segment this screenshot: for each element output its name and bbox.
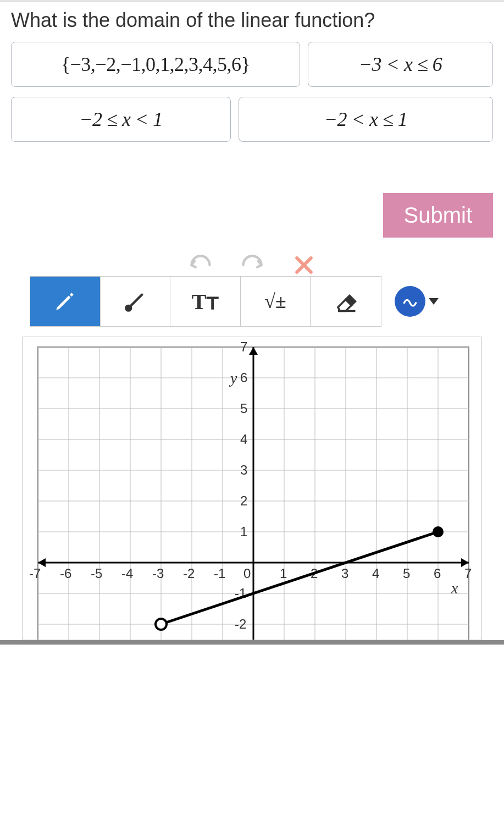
submit-button[interactable]: Submit bbox=[383, 193, 494, 238]
question-area: What is the domain of the linear functio… bbox=[0, 2, 504, 243]
svg-text:3: 3 bbox=[240, 463, 247, 477]
eraser-tool[interactable] bbox=[311, 277, 381, 326]
svg-text:x: x bbox=[451, 580, 458, 597]
question-text: What is the domain of the linear functio… bbox=[11, 9, 493, 32]
svg-text:-3: -3 bbox=[152, 566, 164, 581]
option-a[interactable]: {−3,−2,−1,0,1,2,3,4,5,6} bbox=[11, 42, 300, 87]
undo-icon[interactable] bbox=[189, 253, 213, 265]
svg-point-1 bbox=[126, 306, 131, 311]
text-tool[interactable]: Tᴛ bbox=[170, 277, 241, 326]
line-tool[interactable] bbox=[101, 277, 171, 326]
svg-marker-35 bbox=[249, 347, 258, 355]
chart-canvas[interactable]: -7-6-5-4-3-2-101234567-4-3-2-11234567yx bbox=[22, 337, 482, 640]
option-c[interactable]: −2 ≤ x < 1 bbox=[11, 97, 231, 142]
bottom-bar bbox=[0, 640, 504, 645]
svg-text:7: 7 bbox=[464, 566, 472, 581]
svg-text:6: 6 bbox=[240, 370, 247, 385]
svg-text:5: 5 bbox=[240, 401, 247, 416]
svg-text:3: 3 bbox=[341, 566, 348, 581]
svg-text:-5: -5 bbox=[91, 566, 102, 581]
svg-text:4: 4 bbox=[372, 566, 379, 581]
math-tool-label: √± bbox=[264, 290, 286, 313]
svg-text:-4: -4 bbox=[121, 566, 133, 581]
text-tool-label: Tᴛ bbox=[192, 289, 219, 315]
svg-text:-2: -2 bbox=[183, 566, 195, 581]
redo-icon[interactable] bbox=[240, 253, 264, 265]
svg-text:0: 0 bbox=[243, 566, 251, 581]
svg-text:-1: -1 bbox=[214, 566, 225, 581]
svg-text:-7: -7 bbox=[29, 566, 41, 581]
svg-text:2: 2 bbox=[240, 493, 247, 508]
graph-svg: -7-6-5-4-3-2-101234567-4-3-2-11234567yx bbox=[27, 342, 482, 640]
svg-line-64 bbox=[161, 532, 438, 624]
option-b[interactable]: −3 < x ≤ 6 bbox=[308, 42, 493, 87]
color-swatch bbox=[395, 286, 425, 317]
submit-row: Submit bbox=[11, 152, 493, 243]
svg-text:6: 6 bbox=[434, 566, 441, 581]
chevron-down-icon bbox=[429, 298, 439, 305]
svg-text:1: 1 bbox=[240, 524, 247, 539]
math-tool[interactable]: √± bbox=[241, 277, 311, 326]
svg-text:y: y bbox=[229, 370, 237, 387]
svg-text:-2: -2 bbox=[235, 617, 246, 631]
whiteboard-area: Tᴛ √± -7-6-5-4-3-2-101234567-4 bbox=[0, 243, 504, 640]
close-icon[interactable] bbox=[292, 253, 316, 265]
toolbar-row: Tᴛ √± bbox=[11, 276, 493, 327]
svg-text:7: 7 bbox=[240, 342, 247, 354]
svg-point-66 bbox=[433, 526, 444, 537]
svg-text:4: 4 bbox=[240, 432, 247, 447]
svg-text:-6: -6 bbox=[60, 566, 71, 581]
svg-text:5: 5 bbox=[403, 566, 410, 581]
toolbar: Tᴛ √± bbox=[30, 276, 381, 327]
option-d[interactable]: −2 < x ≤ 1 bbox=[239, 97, 493, 142]
color-picker[interactable] bbox=[395, 286, 439, 317]
options-row-2: −2 ≤ x < 1 −2 < x ≤ 1 bbox=[11, 97, 493, 142]
options-row-1: {−3,−2,−1,0,1,2,3,4,5,6} −3 < x ≤ 6 bbox=[11, 42, 493, 87]
pen-tool[interactable] bbox=[30, 277, 101, 326]
svg-point-65 bbox=[156, 619, 167, 630]
svg-text:1: 1 bbox=[280, 566, 287, 581]
whiteboard-top-icons bbox=[11, 243, 493, 276]
